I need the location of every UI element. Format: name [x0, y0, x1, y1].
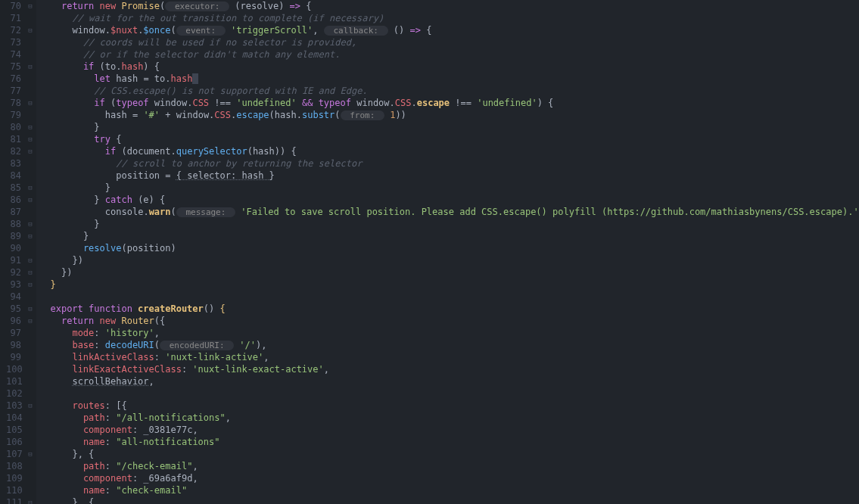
line-number: 85: [6, 182, 21, 194]
line-number: 90: [6, 242, 21, 254]
code-line[interactable]: console.warn( message: 'Failed to save s…: [39, 206, 859, 218]
code-line[interactable]: }: [39, 182, 859, 194]
code-line[interactable]: linkExactActiveClass: 'nuxt-link-exact-a…: [39, 363, 859, 375]
code-line[interactable]: mode: 'history',: [39, 327, 859, 339]
fold-marker[interactable]: ⊟: [24, 145, 36, 157]
line-number: 111: [6, 496, 21, 504]
fold-marker: [24, 375, 36, 387]
fold-marker: [24, 424, 36, 436]
fold-column[interactable]: ⊟⊟⊟⊟⊟⊟⊟⊟⊟⊟⊟⊟⊟⊟⊟⊟⊟⊟⊟: [24, 0, 36, 504]
code-line[interactable]: }): [39, 266, 859, 278]
line-number: 110: [6, 484, 21, 496]
code-line[interactable]: }: [39, 121, 859, 133]
code-area[interactable]: return new Promise( executor: (resolve) …: [36, 0, 859, 504]
line-number: 104: [6, 412, 21, 424]
fold-marker[interactable]: ⊟: [24, 400, 36, 412]
fold-marker[interactable]: ⊟: [24, 182, 36, 194]
line-number: 83: [6, 157, 21, 170]
line-number: 84: [6, 170, 21, 182]
code-line[interactable]: path: "/all-notifications",: [39, 412, 859, 424]
code-line[interactable]: position = { selector: hash }: [39, 170, 859, 182]
fold-marker: [24, 484, 36, 496]
line-number: 81: [6, 133, 21, 145]
line-number: 87: [6, 206, 21, 218]
line-number: 73: [6, 36, 21, 48]
fold-marker: [24, 339, 36, 351]
line-number: 109: [6, 472, 21, 484]
code-line[interactable]: routes: [{: [39, 400, 859, 412]
code-line[interactable]: // scroll to anchor by returning the sel…: [39, 157, 859, 170]
code-line[interactable]: try {: [39, 133, 859, 145]
code-line[interactable]: }, {: [39, 448, 859, 460]
code-line[interactable]: if (to.hash) {: [39, 61, 859, 73]
fold-marker[interactable]: ⊟: [24, 61, 36, 73]
code-line[interactable]: // wait for the out transition to comple…: [39, 12, 859, 24]
fold-marker[interactable]: ⊟: [24, 97, 36, 109]
code-line[interactable]: // CSS.escape() is not supported with IE…: [39, 85, 859, 97]
line-number: 72: [6, 24, 21, 36]
code-line[interactable]: } catch (e) {: [39, 194, 859, 206]
fold-marker: [24, 387, 36, 400]
fold-marker[interactable]: ⊟: [24, 266, 36, 278]
line-number: 71: [6, 12, 21, 24]
fold-marker: [24, 412, 36, 424]
line-number: 82: [6, 145, 21, 157]
code-line[interactable]: name: "all-notifications": [39, 436, 859, 448]
fold-marker[interactable]: ⊟: [24, 230, 36, 242]
fold-marker: [24, 12, 36, 24]
fold-marker[interactable]: ⊟: [24, 24, 36, 36]
fold-marker: [24, 472, 36, 484]
fold-marker[interactable]: ⊟: [24, 133, 36, 145]
fold-marker[interactable]: ⊟: [24, 121, 36, 133]
fold-marker: [24, 206, 36, 218]
line-number-gutter: 7071727374757677787980818283848586878889…: [0, 0, 24, 504]
line-number: 76: [6, 73, 21, 85]
line-number: 92: [6, 266, 21, 278]
code-line[interactable]: base: decodeURI( encodedURI: '/'),: [39, 339, 859, 351]
fold-marker: [24, 242, 36, 254]
code-line[interactable]: component: _0381e77c,: [39, 424, 859, 436]
code-line[interactable]: let hash = to.hash: [39, 73, 859, 85]
code-line[interactable]: }: [39, 230, 859, 242]
fold-marker[interactable]: ⊟: [24, 278, 36, 291]
code-line[interactable]: window.$nuxt.$once( event: 'triggerScrol…: [39, 24, 859, 36]
code-line[interactable]: export function createRouter() {: [39, 303, 859, 315]
code-line[interactable]: }): [39, 254, 859, 266]
fold-marker[interactable]: ⊟: [24, 0, 36, 12]
fold-marker[interactable]: ⊟: [24, 496, 36, 504]
fold-marker[interactable]: ⊟: [24, 315, 36, 327]
code-line[interactable]: [39, 387, 859, 400]
code-line[interactable]: // or if the selector didn't match any e…: [39, 48, 859, 61]
code-line[interactable]: path: "/check-email",: [39, 460, 859, 472]
fold-marker[interactable]: ⊟: [24, 218, 36, 230]
code-line[interactable]: // coords will be used if no selector is…: [39, 36, 859, 48]
line-number: 106: [6, 436, 21, 448]
code-line[interactable]: return new Router({: [39, 315, 859, 327]
line-number: 75: [6, 61, 21, 73]
code-line[interactable]: component: _69a6af9d,: [39, 472, 859, 484]
code-line[interactable]: linkActiveClass: 'nuxt-link-active',: [39, 351, 859, 363]
line-number: 80: [6, 121, 21, 133]
code-line[interactable]: }: [39, 218, 859, 230]
line-number: 100: [6, 363, 21, 375]
code-line[interactable]: scrollBehavior,: [39, 375, 859, 387]
code-line[interactable]: hash = '#' + window.CSS.escape(hash.subs…: [39, 109, 859, 121]
fold-marker[interactable]: ⊟: [24, 303, 36, 315]
code-editor[interactable]: 7071727374757677787980818283848586878889…: [0, 0, 859, 504]
inlay-hint: encodedURI:: [160, 341, 234, 350]
fold-marker[interactable]: ⊟: [24, 448, 36, 460]
code-line[interactable]: }: [39, 278, 859, 291]
code-line[interactable]: name: "check-email": [39, 484, 859, 496]
fold-marker[interactable]: ⊟: [24, 194, 36, 206]
fold-marker[interactable]: ⊟: [24, 254, 36, 266]
code-line[interactable]: return new Promise( executor: (resolve) …: [39, 0, 859, 12]
inlay-hint: executor:: [165, 2, 229, 11]
code-line[interactable]: if (typeof window.CSS !== 'undefined' &&…: [39, 97, 859, 109]
code-line[interactable]: [39, 291, 859, 303]
code-line[interactable]: resolve(position): [39, 242, 859, 254]
code-line[interactable]: if (document.querySelector(hash)) {: [39, 145, 859, 157]
line-number: 86: [6, 194, 21, 206]
inlay-hint: event:: [176, 26, 226, 36]
code-line[interactable]: }, {: [39, 496, 859, 504]
fold-marker: [24, 460, 36, 472]
